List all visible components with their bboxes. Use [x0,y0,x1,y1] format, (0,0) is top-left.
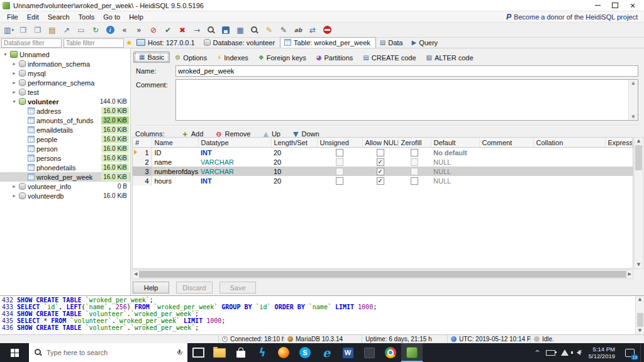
collation-cell[interactable] [533,148,605,158]
heidisql-icon[interactable] [401,343,423,362]
help-button[interactable]: Help [133,282,169,293]
tree-item-mysql[interactable]: ▸mysql [0,69,130,78]
print-icon[interactable]: ▭ [74,24,88,36]
expander-icon[interactable]: ▸ [11,89,17,95]
checkbox[interactable] [411,168,418,175]
scrollbar-thumb[interactable] [139,271,626,278]
taskbar-search-input[interactable]: Type here to search [29,343,187,362]
tree-item-wroked-per-week[interactable]: wroked_per_week16.0 KiB [0,172,130,182]
paste-icon[interactable]: ▤ [45,24,59,36]
tree-item-phonedetails[interactable]: phonedetails16.0 KiB [0,163,130,172]
collation-cell[interactable] [533,157,605,167]
checkbox[interactable] [336,158,343,166]
column-name-cell[interactable]: ID [152,148,198,158]
tree-item-address[interactable]: address16.0 KiB [0,106,130,116]
volume-muted-icon[interactable] [574,350,580,355]
expander-icon[interactable]: ▸ [11,80,17,85]
chrome-icon[interactable] [380,343,401,362]
scroll-down-icon[interactable]: ▼ [638,328,641,334]
datatype-cell[interactable]: INT [198,176,271,185]
column-row-numberofdays[interactable]: 3numberofdaysVARCHAR10NULL [133,167,633,176]
column-row-hours[interactable]: 4hoursINT20NULL [133,176,633,185]
subtab-indexes[interactable]: ⚡Indexes [212,53,253,63]
minimize-button[interactable] [589,0,606,11]
new-window-icon[interactable]: ❒ [16,24,30,36]
copy-icon[interactable]: ❐ [31,24,45,36]
checkbox[interactable] [336,149,343,156]
info-icon[interactable]: i [103,24,117,36]
grid-view-icon[interactable]: ▦ [233,24,247,36]
length-cell[interactable]: 20 [271,148,317,158]
default-cell[interactable]: NULL [431,167,479,176]
scroll-up-icon[interactable]: ▲ [637,138,640,144]
tree-item-performance-schema[interactable]: ▸performance_schema [0,78,130,87]
tree-item-unnamed[interactable]: ▾Unnamed [0,50,130,59]
tree-item-person[interactable]: person16.0 KiB [0,144,130,153]
database-filter-input[interactable] [1,38,62,48]
taskbar-clock[interactable]: 5:14 PM 5/12/2019 [584,343,619,362]
stop-icon[interactable] [320,24,334,36]
expander-icon[interactable]: ▸ [11,193,17,199]
start-button[interactable] [0,343,29,362]
maximize-button[interactable] [606,0,624,11]
tree-item-people[interactable]: people16.0 KiB [0,134,130,144]
microphone-icon[interactable] [177,349,182,356]
checkbox[interactable] [411,149,418,156]
comment-cell[interactable] [479,176,533,185]
scroll-down-icon[interactable]: ▼ [637,262,640,268]
cancel-operation-icon[interactable]: ⊘ [147,24,160,36]
comment-cell[interactable] [479,167,533,176]
last-record-icon[interactable]: » [132,24,146,36]
tab-table-wroked-per-week[interactable]: Table: wroked_per_week [280,37,376,48]
highlighter-icon[interactable]: ✎ [262,24,276,36]
length-cell[interactable]: 20 [271,157,317,167]
expander-icon[interactable]: ▾ [3,52,8,57]
tab-query[interactable]: ▶Query [408,38,443,48]
scrollbar-thumb[interactable] [635,145,642,170]
scroll-down-icon[interactable]: ▼ [631,114,635,119]
comment-cell[interactable] [479,157,533,167]
task-view-icon[interactable] [187,343,209,362]
tab-database-volunteer[interactable]: Database: volunteer [200,38,280,48]
column-header-allow-null[interactable]: Allow NULL [362,138,398,148]
checkbox[interactable] [411,177,418,185]
edge-icon[interactable]: e [316,343,337,362]
post-changes-icon[interactable]: ✔ [161,24,175,36]
log-scrollbar[interactable]: ▲ ▼ [635,296,644,334]
menu-file[interactable]: File [3,13,23,21]
column-header-datatype[interactable]: Datatype [198,138,271,148]
checkbox[interactable] [411,158,418,166]
expander-icon[interactable]: ▸ [11,61,17,67]
donor-link[interactable]: P Become a donor of the HeidiSQL project [506,13,641,21]
scrollbar-thumb[interactable] [637,313,643,327]
tree-item-volunteer[interactable]: ▾volunteer144.0 KiB [0,97,130,106]
column-row-id[interactable]: 1IDINT20No default [133,148,633,158]
comment-textarea[interactable]: ▲ ▼ [175,79,638,121]
checkbox[interactable] [377,158,384,166]
expression-cell[interactable] [605,176,633,185]
subtab-foreign-keys[interactable]: ❖Foreign keys [253,53,311,63]
datatype-cell[interactable]: INT [198,148,271,158]
edit-icon[interactable]: ✎ [277,24,291,36]
menu-help[interactable]: Help [125,13,148,21]
menu-go-to[interactable]: Go to [99,13,125,21]
tree-item-amounts-of-funds[interactable]: amounts_of_funds32.0 KiB [0,116,130,125]
word-icon[interactable]: W [337,343,358,362]
column-name-cell[interactable]: numberofdays [152,167,198,176]
column-header-length-set[interactable]: Length/Set [271,138,317,148]
network-icon[interactable] [561,349,569,356]
column-header-name[interactable]: Name [152,138,198,148]
grid-vertical-scrollbar[interactable]: ▲ ▼ [634,137,643,269]
tree-item-emaildetails[interactable]: emaildetails16.0 KiB [0,125,130,134]
tree-item-volunteer-info[interactable]: ▸volunteer_info0 B [0,182,130,191]
expander-icon[interactable]: ▸ [11,184,17,189]
expression-cell[interactable] [605,167,633,176]
expander-icon[interactable]: ▸ [11,70,17,76]
console-app-icon[interactable] [358,343,380,362]
session-manager-icon[interactable]: ▥▾ [2,24,16,36]
subtab-basic[interactable]: ▦Basic [133,52,170,63]
tab-host-127-0-0-1[interactable]: Host: 127.0.0.1 [133,38,200,48]
column-header-zerofill[interactable]: Zerofill [398,138,431,148]
save-icon[interactable] [219,24,233,36]
column-header-comment[interactable]: Comment [479,138,533,148]
